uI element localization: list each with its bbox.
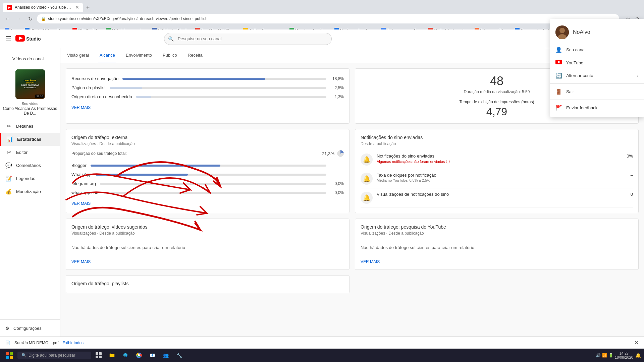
recursos-bar (122, 78, 265, 80)
external-traffic-subtitle: Visualizações · Desde a publicação (71, 141, 344, 146)
notif-subtitle: Desde a publicação (361, 141, 633, 146)
forward-nav-btn[interactable]: → (14, 14, 23, 23)
sidebar-item-monetizacao[interactable]: 💰 Monetização (0, 185, 60, 198)
sidebar-nav: ✏ Detalhes 📊 Estatísticas ✂ Editor 💬 Com… (0, 120, 60, 198)
impressoes-value: 4,79 (486, 106, 507, 118)
bell-icon-2: 🔔 (361, 192, 373, 204)
whatsapp-bar-container (96, 174, 326, 176)
hamburger-menu[interactable]: ☰ (5, 35, 11, 43)
back-nav-btn[interactable]: ← (3, 14, 12, 23)
tray-icon-3[interactable]: 🔋 (608, 353, 613, 358)
time-display: 14:27 (615, 351, 633, 355)
dropdown-item-youtube[interactable]: YouTube (550, 56, 644, 69)
tab-close-btn[interactable]: ✕ (75, 5, 79, 10)
notif-title: Notificações do sino enviadas (361, 135, 633, 140)
dropdown-item-sair[interactable]: 🚪 Sair (550, 85, 644, 98)
tab-alcance[interactable]: Alcance (98, 49, 116, 62)
taskbar-search-placeholder: Digite aqui para pesquisar (29, 353, 75, 358)
system-tray: 🔊 📶 🔋 (596, 353, 613, 358)
thumb-duration: 27:16 (35, 95, 44, 98)
canal-icon: 👤 (555, 47, 562, 53)
apps-btn[interactable]: 🔧 (173, 349, 185, 361)
direta-bar-container (136, 96, 326, 98)
playlists-title: Origem do tráfego: playlists (71, 281, 344, 286)
edge-btn[interactable] (119, 349, 131, 361)
dropdown-item-alternar[interactable]: 🔄 Alternar conta › (550, 69, 644, 82)
nav-row-recursos: Recursos de navegação 18,8% (71, 74, 344, 83)
notifications-btn[interactable]: 🔔 (635, 350, 641, 361)
tab-receita[interactable]: Receita (186, 49, 204, 62)
whatsapp-com-bar-container (104, 192, 326, 194)
search-icon: 🔍 (168, 36, 174, 42)
proportion-row: Proporção do seu tráfego total: 21,3% (71, 150, 344, 157)
file-explorer-btn[interactable] (106, 349, 118, 361)
notif-text-2: Visualizações de notificações do sino (377, 192, 631, 197)
yt-search-subtitle: Visualizações · Desde a publicação (361, 231, 633, 236)
taskbar-search[interactable]: 🔍 Digite aqui para pesquisar (17, 352, 91, 359)
whatsapp-com-bar (104, 192, 106, 194)
sidebar-item-comentarios[interactable]: 💬 Comentários (0, 159, 60, 172)
playlist-label: Página da playlist (71, 85, 106, 90)
back-to-videos-btn[interactable]: ← Vídeos do canal (0, 54, 60, 64)
sidebar: ← Vídeos do canal ORAÇÃO DADROGA!COMO AL… (0, 29, 60, 349)
dropdown-avatar (555, 25, 569, 39)
notif-warning-0: Algumas notificações não foram enviadas … (377, 159, 627, 164)
suggested-ver-mais-btn[interactable]: VER MAIS (71, 259, 91, 264)
telegram-bar (100, 183, 102, 185)
notif-value-2: 0 (631, 192, 633, 197)
tray-icon-2[interactable]: 📶 (602, 353, 607, 358)
windows-taskbar: 🔍 Digite aqui para pesquisar 📧 👥 🔧 🔊 📶 🔋… (0, 349, 644, 362)
tab-envolvimento[interactable]: Envolvimento (124, 49, 153, 62)
dropdown-item-canal[interactable]: 👤 Seu canal (550, 43, 644, 56)
estatisticas-label: Estatísticas (17, 137, 41, 142)
tray-icon-1[interactable]: 🔊 (596, 353, 601, 358)
outlook-btn[interactable]: 📧 (146, 349, 158, 361)
notif-item-1: 🔔 Taxa de cliques por notificação Média … (361, 169, 633, 188)
notif-item-2: 🔔 Visualizações de notificações do sino … (361, 188, 633, 207)
legendas-label: Legendas (16, 176, 35, 181)
youtube-logo-icon (15, 34, 25, 44)
editor-label: Editor (16, 150, 28, 155)
sidebar-item-detalhes[interactable]: ✏ Detalhes (0, 120, 60, 133)
nav-row-playlist: Página da playlist 2,5% (71, 83, 344, 92)
traffic-row-blogger: Blogger (71, 161, 344, 170)
clock[interactable]: 14:27 18/08/2020 (615, 351, 633, 359)
nav-ver-mais-btn[interactable]: VER MAIS (71, 105, 91, 110)
dropdown-item-feedback[interactable]: 🚩 Enviar feedback (550, 101, 644, 114)
start-btn[interactable] (3, 349, 16, 362)
dropdown-header: NoAlvo (550, 21, 644, 43)
external-ver-mais-btn[interactable]: VER MAIS (71, 201, 91, 206)
address-bar[interactable]: 🔒 studio.youtube.com/video/sXZxEXoger0/a… (37, 14, 619, 23)
traffic-row-whatsapp: WhatsApp (71, 170, 344, 179)
taskbar-search-icon: 🔍 (21, 353, 26, 358)
monetizacao-label: Monetização (16, 189, 41, 194)
active-tab[interactable]: ▶ Análises do vídeo - YouTube Stu... ✕ (3, 3, 83, 12)
new-tab-btn[interactable]: + (83, 3, 93, 12)
card-playlists-traffic: Origem do tráfego: playlists (66, 275, 350, 293)
config-label: Configurações (13, 326, 42, 331)
chrome-btn[interactable] (133, 349, 145, 361)
sidebar-item-editor[interactable]: ✂ Editor (0, 146, 60, 159)
telegram-bar-container (100, 183, 326, 185)
sidebar-item-estatisticas[interactable]: 📊 Estatísticas (0, 133, 60, 146)
thumb-text: ORAÇÃO DADROGA!COMO ALCANÇARAS PROMES (21, 79, 39, 89)
sidebar-item-legendas[interactable]: 📝 Legendas (0, 172, 60, 185)
search-input[interactable] (164, 33, 332, 45)
yt-search-ver-mais-btn[interactable]: VER MAIS (361, 259, 380, 264)
tab-favicon: ▶ (7, 5, 12, 10)
teams-btn[interactable]: 👥 (160, 349, 172, 361)
studio-label: Studio (26, 36, 41, 42)
tab-visao-geral[interactable]: Visão geral (66, 49, 90, 62)
exibir-todos-btn[interactable]: Exibir todos (62, 341, 84, 345)
svg-rect-14 (10, 352, 13, 355)
channel-thumbnail[interactable]: ORAÇÃO DADROGA!COMO ALCANÇARAS PROMES 27… (15, 69, 45, 99)
card-navigation-sources: Recursos de navegação 18,8% Página da pl… (66, 68, 350, 124)
task-view-btn[interactable] (93, 349, 105, 361)
proportion-value: 21,3% (322, 151, 334, 156)
sidebar-item-configuracoes[interactable]: ⚙ Configurações (0, 322, 60, 334)
download-close-btn[interactable]: ✕ (634, 340, 639, 346)
refresh-btn[interactable]: ↻ (25, 14, 35, 23)
tab-publico[interactable]: Público (161, 49, 178, 62)
proportion-label: Proporção do seu tráfego total: (71, 151, 127, 156)
top-bar: ☰ Studio 🔍 ? CRIAR (0, 29, 644, 48)
